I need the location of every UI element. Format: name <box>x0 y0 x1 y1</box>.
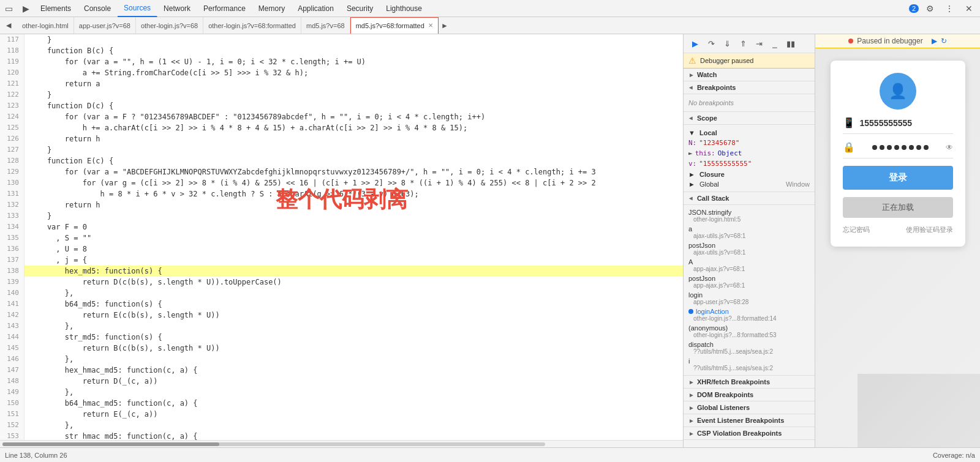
tab-lighthouse[interactable]: Lighthouse <box>380 0 429 17</box>
file-tab-other-login-html[interactable]: other-login.html <box>17 17 74 34</box>
closure-label[interactable]: ► Closure <box>688 169 810 179</box>
scope-content: ▼ Local N: "12345678" ► this: Object v: … <box>684 125 815 192</box>
file-tab-app-user[interactable]: app-user.js?v=68 <box>74 17 136 34</box>
csp-violation-header[interactable]: ► CSP Violation Breakpoints <box>684 427 815 440</box>
line-content: , S = "" <box>24 233 683 244</box>
scope-this[interactable]: ► this: Object <box>688 148 810 158</box>
file-tab-other-login-formatted[interactable]: other-login.js?v=68:formatted <box>203 17 301 34</box>
pwd-dot <box>924 145 929 150</box>
line-content: a += String.fromCharCode(c[i >> 5] >>> i… <box>24 67 683 78</box>
paused-text: Debugger paused <box>700 57 753 64</box>
call-stack-item[interactable]: JSON.stringifyother-login.html:5 <box>688 207 810 224</box>
line-content: function E(c) { <box>24 155 683 166</box>
file-tab-other-login-js[interactable]: other-login.js?v=68 <box>136 17 203 34</box>
call-stack-item[interactable]: (anonymous)other-login.js?...8:formatted… <box>688 323 810 340</box>
call-stack-item[interactable]: loginapp-user.js?v=68:28 <box>688 290 810 307</box>
global-row[interactable]: ► Global Window <box>688 179 810 189</box>
settings-icon[interactable]: ⚙ <box>921 0 938 17</box>
device-mode-icon[interactable]: ▭ <box>0 0 17 17</box>
line-number: 134 <box>0 222 24 233</box>
csp-label: CSP Violation Breakpoints <box>697 430 782 437</box>
tab-sources[interactable]: Sources <box>118 0 157 17</box>
tab-memory[interactable]: Memory <box>252 0 292 17</box>
step-over-button[interactable]: ↷ <box>704 37 718 50</box>
line-content: , U = 8 <box>24 244 683 255</box>
dom-arrow: ► <box>688 392 695 398</box>
code-area[interactable]: 117 }118 function B(c) {119 for (var a =… <box>0 34 683 440</box>
line-number: 144 <box>0 332 24 343</box>
line-content: } <box>24 211 683 222</box>
tab-network[interactable]: Network <box>157 0 197 17</box>
page-preview: Paused in debugger ▶ ↻ 👤 📱 15555555555 🔒 <box>815 34 980 447</box>
breakpoints-label: Breakpoints <box>697 84 736 91</box>
file-tab-close[interactable]: ✕ <box>428 22 433 29</box>
step-out-button[interactable]: ⇑ <box>736 37 750 50</box>
forgot-password-link[interactable]: 忘记密码 <box>843 225 870 234</box>
line-content: } <box>24 144 683 155</box>
verify-login-link[interactable]: 使用验证码登录 <box>906 225 953 234</box>
breakpoints-section-header[interactable]: ▼ Breakpoints <box>684 81 815 94</box>
line-content: function B(c) { <box>24 45 683 56</box>
watch-section-header[interactable]: ► Watch <box>684 69 815 81</box>
line-content: str_md5: function(s) { <box>24 332 683 343</box>
login-button[interactable]: 登录 <box>843 166 953 190</box>
code-line-153: 153 str_hmac_md5: function(c, a) { <box>0 431 683 440</box>
line-number: 146 <box>0 354 24 365</box>
links-row: 忘记密码 使用验证码登录 <box>843 225 953 234</box>
scope-section-header[interactable]: ▼ Scope <box>684 112 815 125</box>
resume-page-icon[interactable]: ▶ <box>932 37 937 45</box>
pause-on-exception-button[interactable]: ▮▮ <box>784 37 797 50</box>
call-stack-item[interactable]: loginActionother-login.js?...8:formatted… <box>688 307 810 323</box>
line-number: 139 <box>0 277 24 288</box>
tab-performance[interactable]: Performance <box>197 0 252 17</box>
call-stack-item[interactable]: i??utils/html5.j...seajs/sea.js:2 <box>688 356 810 373</box>
call-stack-item[interactable]: Aapp-ajax.js?v=68:1 <box>688 257 810 274</box>
call-stack-item[interactable]: aajax-utils.js?v=68:1 <box>688 224 810 240</box>
more-icon[interactable]: ⋮ <box>941 0 958 17</box>
event-listener-label: Event Listener Breakpoints <box>697 417 784 424</box>
call-stack-arrow: ▼ <box>688 195 695 201</box>
coverage-status: Coverage: n/a <box>933 452 975 459</box>
tab-console[interactable]: Console <box>78 0 118 17</box>
dom-breakpoints-header[interactable]: ► DOM Breakpoints <box>684 389 815 401</box>
local-label[interactable]: ▼ Local <box>688 127 810 138</box>
deactivate-breakpoints-button[interactable]: ⎯ <box>768 37 782 50</box>
line-number: 130 <box>0 177 24 188</box>
reload-page-icon[interactable]: ↻ <box>941 37 947 45</box>
step-into-button[interactable]: ⇓ <box>720 37 734 50</box>
inspect-icon[interactable]: ▶ <box>17 0 34 17</box>
line-number: 121 <box>0 78 24 89</box>
file-tab-md5-formatted[interactable]: md5.js?v=68:formatted ✕ <box>350 17 439 34</box>
line-number: 153 <box>0 431 24 440</box>
global-listeners-header[interactable]: ► Global Listeners <box>684 401 815 414</box>
login-card: 👤 📱 15555555555 🔒 <box>831 61 965 247</box>
tab-elements[interactable]: Elements <box>34 0 78 17</box>
tab-application[interactable]: Application <box>292 0 341 17</box>
notification-badge: 2 <box>909 4 919 13</box>
call-stack-item[interactable]: postJsonapp-ajax.js?v=68:1 <box>688 274 810 290</box>
resume-button[interactable]: ▶ <box>688 37 702 50</box>
step-button[interactable]: ⇥ <box>752 37 766 50</box>
tab-security[interactable]: Security <box>341 0 380 17</box>
event-listener-bp-header[interactable]: ► Event Listener Breakpoints <box>684 414 815 427</box>
file-tab-md5-js[interactable]: md5.js?v=68 <box>301 17 350 34</box>
cursor-position: Line 138, Column 26 <box>5 452 67 459</box>
eye-icon[interactable]: 👁 <box>946 143 953 152</box>
line-content: for (var a = "", h = (1 << U) - 1, i = 0… <box>24 56 683 67</box>
loading-overlay: 正在加载 <box>843 197 953 218</box>
back-icon[interactable]: ◀ <box>0 17 17 34</box>
code-scrollbar[interactable] <box>0 440 683 447</box>
pwd-dot <box>902 145 907 150</box>
close-icon[interactable]: ✕ <box>960 0 978 17</box>
line-number: 148 <box>0 376 24 387</box>
call-location: app-ajax.js?v=68:1 <box>693 282 810 289</box>
call-stack-item[interactable]: dispatch??utils/html5.j...seajs/sea.js:2 <box>688 340 810 356</box>
active-frame-dot <box>688 309 693 314</box>
call-stack-header[interactable]: ▼ Call Stack <box>684 192 815 205</box>
xhr-arrow: ► <box>688 379 695 386</box>
line-number: 122 <box>0 89 24 100</box>
call-stack-item[interactable]: postJsonajax-utils.js?v=68:1 <box>688 240 810 257</box>
scope-arrow: ▼ <box>688 115 695 121</box>
xhr-breakpoints-header[interactable]: ► XHR/fetch Breakpoints <box>684 376 815 389</box>
file-tabs-more-icon[interactable]: ► <box>439 17 451 34</box>
